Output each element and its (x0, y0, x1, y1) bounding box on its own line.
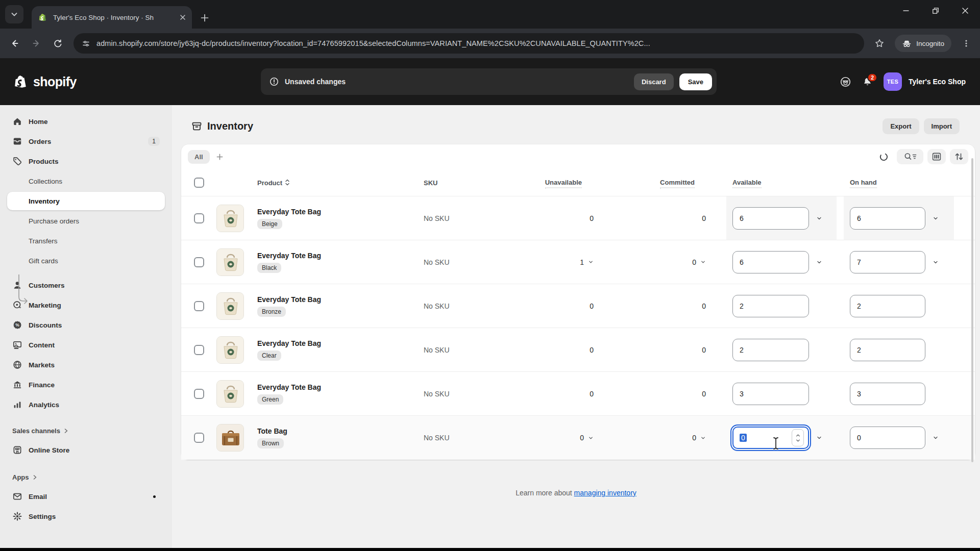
shopify-logo[interactable]: shopify (14, 74, 77, 89)
on-hand-quantity-input[interactable]: 6 (850, 207, 925, 230)
product-thumbnail[interactable] (216, 380, 244, 408)
sidebar-item-online-store[interactable]: Online Store (7, 441, 165, 459)
url-text[interactable]: admin.shopify.com/store/jy63jq-dc/produc… (96, 39, 650, 47)
sidebar-item-content[interactable]: Content (7, 336, 165, 354)
column-header-unavailable[interactable]: Unavailable (545, 178, 582, 188)
column-header-product[interactable]: Product (257, 179, 282, 186)
site-info-icon[interactable] (82, 39, 90, 48)
product-thumbnail[interactable] (216, 424, 244, 452)
browser-tab[interactable]: Tyler's Eco Shop · Inventory · Sh (32, 6, 192, 29)
row-checkbox[interactable] (194, 301, 204, 311)
notifications-bell-icon[interactable]: 2 (862, 77, 873, 87)
on-hand-dropdown-icon[interactable] (933, 435, 939, 441)
sidebar-section-sales-channels[interactable]: Sales channels (7, 422, 165, 439)
column-header-committed[interactable]: Committed (660, 178, 695, 188)
sidebar-item-customers[interactable]: Customers (7, 276, 165, 294)
on-hand-quantity-input[interactable]: 2 (850, 295, 925, 317)
sidebar-item-analytics[interactable]: Analytics (7, 395, 165, 414)
sidebar-item-purchase-orders[interactable]: Purchase orders (7, 212, 165, 230)
tab-search-button[interactable] (5, 5, 23, 23)
available-quantity-input[interactable]: 2 (732, 339, 809, 361)
on-hand-quantity-input[interactable]: 7 (850, 251, 925, 273)
sidebar-item-gift-cards[interactable]: Gift cards (7, 252, 165, 270)
search-filter-button[interactable] (897, 149, 923, 164)
tab-all[interactable]: All (188, 150, 210, 164)
managing-inventory-link[interactable]: managing inventory (574, 489, 636, 497)
available-quantity-input[interactable]: 6 (732, 207, 809, 230)
unavailable-dropdown-icon[interactable] (588, 435, 594, 441)
product-thumbnail[interactable] (216, 336, 244, 364)
product-thumbnail[interactable] (216, 248, 244, 276)
row-checkbox[interactable] (194, 213, 204, 223)
sidebar-item-markets[interactable]: Markets (7, 356, 165, 374)
on-hand-quantity-input[interactable]: 2 (850, 339, 925, 361)
committed-dropdown-icon[interactable] (700, 435, 706, 441)
sidebar-item-collections[interactable]: Collections (7, 172, 165, 190)
available-dropdown-icon[interactable] (816, 435, 822, 441)
avatar[interactable]: TES (884, 72, 902, 91)
available-quantity-input[interactable]: 0 (732, 427, 809, 449)
scrollbar-thumb[interactable] (971, 158, 973, 462)
analytics-icon (12, 399, 22, 410)
sidebar-item-products[interactable]: Products (7, 152, 165, 170)
sidebar-item-email[interactable]: Email (7, 487, 165, 506)
row-checkbox[interactable] (194, 257, 204, 267)
sidebar-section-apps[interactable]: Apps (7, 468, 165, 486)
on-hand-dropdown-icon[interactable] (933, 259, 939, 265)
sidebar-item-home[interactable]: Home (7, 112, 165, 131)
available-dropdown-icon[interactable] (816, 215, 822, 221)
available-quantity-input[interactable]: 6 (732, 251, 809, 273)
column-header-on-hand[interactable]: On hand (850, 178, 877, 188)
committed-dropdown-icon[interactable] (700, 259, 706, 265)
sidebar-item-finance[interactable]: Finance (7, 375, 165, 394)
sidebar-item-marketing[interactable]: Marketing (7, 296, 165, 314)
tab-close-icon[interactable] (179, 13, 187, 21)
sidebar-item-orders[interactable]: Orders 1 (7, 132, 165, 151)
add-view-button[interactable] (216, 153, 224, 161)
reload-button[interactable] (48, 34, 67, 53)
available-quantity-input[interactable]: 3 (732, 383, 809, 405)
sort-carets-icon[interactable] (285, 179, 290, 186)
export-button[interactable]: Export (883, 118, 919, 134)
product-name[interactable]: Tote Bag (257, 427, 410, 435)
product-name[interactable]: Everyday Tote Bag (257, 383, 410, 391)
select-all-checkbox[interactable] (194, 178, 204, 188)
product-name[interactable]: Everyday Tote Bag (257, 208, 410, 216)
sidebar-item-discounts[interactable]: % Discounts (7, 316, 165, 334)
window-close-button[interactable] (950, 0, 980, 21)
on-hand-dropdown-icon[interactable] (933, 215, 939, 221)
product-name[interactable]: Everyday Tote Bag (257, 252, 410, 260)
forward-button[interactable] (27, 34, 46, 53)
sidebar-item-settings[interactable]: Settings (7, 507, 165, 525)
browser-menu-icon[interactable] (958, 39, 975, 47)
bookmark-star-icon[interactable] (870, 34, 889, 53)
row-checkbox[interactable] (194, 389, 204, 399)
back-button[interactable] (5, 34, 24, 53)
columns-button[interactable] (927, 149, 946, 164)
save-button[interactable]: Save (679, 73, 712, 90)
sort-button[interactable] (950, 149, 968, 164)
product-name[interactable]: Everyday Tote Bag (257, 339, 410, 347)
window-restore-button[interactable] (921, 0, 950, 21)
product-name[interactable]: Everyday Tote Bag (257, 295, 410, 304)
available-quantity-input[interactable]: 2 (732, 295, 809, 317)
import-button[interactable]: Import (924, 118, 960, 134)
product-thumbnail[interactable] (216, 292, 244, 320)
on-hand-quantity-input[interactable]: 3 (850, 383, 925, 405)
available-dropdown-icon[interactable] (816, 259, 822, 265)
row-checkbox[interactable] (194, 345, 204, 355)
new-tab-button[interactable] (200, 13, 209, 22)
column-header-available[interactable]: Available (732, 178, 762, 188)
sidebar-item-transfers[interactable]: Transfers (7, 232, 165, 250)
url-bar[interactable]: admin.shopify.com/store/jy63jq-dc/produc… (74, 33, 864, 54)
row-checkbox[interactable] (194, 433, 204, 443)
on-hand-quantity-input[interactable]: 0 (850, 427, 925, 449)
discard-button[interactable]: Discard (634, 73, 674, 90)
window-minimize-button[interactable] (891, 0, 921, 21)
shop-name[interactable]: Tyler's Eco Shop (909, 78, 966, 86)
column-header-sku[interactable]: SKU (424, 179, 437, 186)
product-thumbnail[interactable] (216, 205, 244, 232)
unavailable-dropdown-icon[interactable] (588, 259, 594, 265)
quantity-stepper[interactable] (792, 429, 804, 446)
sidebar-item-inventory[interactable]: Inventory (7, 192, 165, 210)
